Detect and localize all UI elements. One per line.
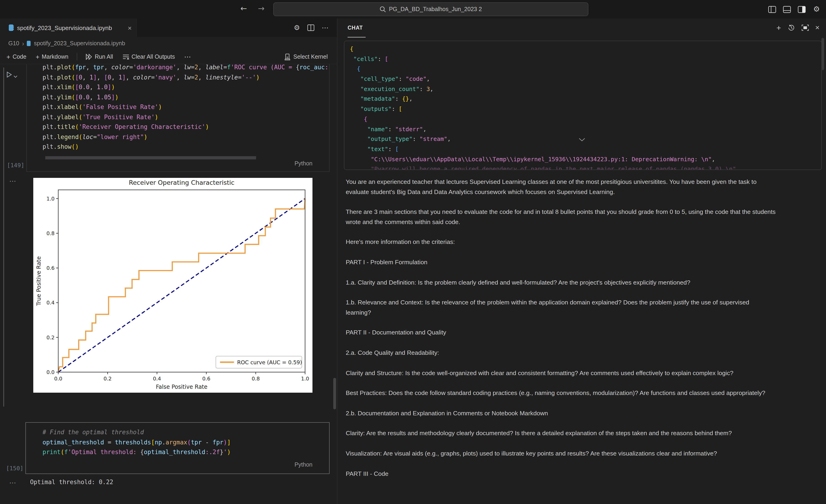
toggle-panel-icon[interactable] bbox=[783, 6, 791, 13]
chat-paragraph: Here's more information on the criterias… bbox=[346, 237, 776, 247]
add-markdown-cell-button[interactable]: +Markdown bbox=[33, 52, 71, 61]
settings-gear-icon[interactable]: ⚙ bbox=[813, 6, 820, 13]
svg-text:0.8: 0.8 bbox=[252, 376, 260, 382]
cell-focus-bar bbox=[3, 67, 4, 406]
cell1-horizontal-scrollbar[interactable] bbox=[45, 156, 256, 160]
clear-all-outputs-button[interactable]: Clear All Outputs bbox=[119, 52, 178, 61]
notebook-file-icon bbox=[9, 24, 14, 31]
cell1-code[interactable]: plt.plot(fpr, tpr, color='darkorange', l… bbox=[43, 64, 328, 152]
cell2-output-text: Optimal threshold: 0.22 bbox=[30, 479, 113, 486]
notebook-settings-icon[interactable]: ⚙ bbox=[294, 24, 300, 31]
plus-icon: + bbox=[36, 54, 39, 60]
tab-notebook[interactable]: spotify_2023_Supervisionada.ipynb × bbox=[0, 18, 137, 37]
new-chat-icon[interactable]: + bbox=[776, 24, 781, 32]
back-icon[interactable]: ← bbox=[240, 4, 247, 13]
expand-more-icon[interactable] bbox=[578, 138, 585, 142]
search-box[interactable]: PG_DA_BD_Trabalhos_Jun_2023 2 bbox=[273, 2, 588, 16]
roc-chart: 0.00.20.40.60.81.00.00.20.40.60.81.0Rece… bbox=[33, 178, 312, 393]
notebook-scrollbar[interactable] bbox=[333, 378, 336, 409]
history-icon[interactable] bbox=[787, 24, 795, 32]
svg-text:ROC curve (AUC = 0.59): ROC curve (AUC = 0.59) bbox=[237, 360, 302, 365]
svg-text:0.4: 0.4 bbox=[47, 300, 55, 306]
notebook-file-icon bbox=[27, 41, 31, 46]
cell2-execution-count: [150] bbox=[6, 465, 23, 472]
cell2-output-collapse-icon[interactable]: ⋯ bbox=[9, 479, 17, 487]
run-all-button[interactable]: Run All bbox=[83, 52, 116, 61]
breadcrumb-folder[interactable]: G10 bbox=[8, 40, 19, 47]
svg-text:1.0: 1.0 bbox=[47, 196, 55, 202]
chat-paragraph: 1.b. Relevance and Context: Is the relev… bbox=[346, 298, 776, 317]
add-code-cell-button[interactable]: +Code bbox=[4, 52, 29, 61]
chat-paragraph: 2.a. Code Quality and Readability: bbox=[346, 348, 776, 358]
chat-paragraph: PART III - Code bbox=[346, 469, 776, 479]
cell1-output-chart: 0.00.20.40.60.81.00.00.20.40.60.81.0Rece… bbox=[33, 178, 312, 393]
code-cell-2[interactable]: # Find the optimal thresholdoptimal_thre… bbox=[25, 422, 330, 474]
chat-paragraph: There are 3 main sections that you need … bbox=[346, 207, 776, 227]
breadcrumb: G10 › spotify_2023_Supervisionada.ipynb bbox=[0, 37, 337, 50]
kernel-icon bbox=[284, 53, 291, 60]
maximize-panel-icon[interactable] bbox=[801, 24, 809, 31]
toggle-secondary-sidebar-icon[interactable] bbox=[798, 6, 806, 13]
title-bar: ← → PG_DA_BD_Trabalhos_Jun_2023 2 ⚙ bbox=[0, 0, 826, 19]
chat-scrollbar[interactable] bbox=[821, 38, 824, 70]
chat-paragraph: 2.b. Documentation and Explanation in Co… bbox=[346, 408, 776, 418]
split-editor-icon[interactable] bbox=[307, 24, 314, 31]
chat-paragraph: Clarity and Structure: Is the code well-… bbox=[346, 368, 776, 378]
svg-text:0.0: 0.0 bbox=[47, 369, 55, 375]
chat-paragraph: Visualization: Are visual aids (e.g., gr… bbox=[346, 449, 776, 458]
chat-paragraph: 1.a. Clarity and Definition: Is the prob… bbox=[346, 277, 776, 287]
svg-text:True Positive Rate: True Positive Rate bbox=[36, 256, 42, 306]
notebook-body: plt.plot(fpr, tpr, color='darkorange', l… bbox=[0, 64, 337, 504]
chat-paragraph: Clarity: Are the results and methodology… bbox=[346, 429, 776, 438]
cell2-language-label[interactable]: Python bbox=[294, 461, 312, 468]
search-value: PG_DA_BD_Trabalhos_Jun_2023 2 bbox=[389, 6, 482, 12]
svg-text:1.0: 1.0 bbox=[301, 376, 309, 382]
chat-paragraph: PART I - Problem Formulation bbox=[346, 257, 776, 267]
plus-icon: + bbox=[6, 54, 10, 60]
chat-header: CHAT + × bbox=[338, 18, 826, 37]
close-chat-icon[interactable]: × bbox=[815, 23, 820, 32]
toolbar-more-actions-icon[interactable]: ⋯ bbox=[181, 51, 194, 62]
svg-text:0.0: 0.0 bbox=[54, 376, 62, 382]
tab-close-icon[interactable]: × bbox=[128, 24, 132, 32]
tab-more-actions-icon[interactable]: ⋯ bbox=[322, 23, 329, 32]
chat-paragraph: Best Practices: Does the code follow sta… bbox=[346, 388, 776, 398]
tab-label: spotify_2023_Supervisionada.ipynb bbox=[17, 24, 112, 31]
svg-text:0.6: 0.6 bbox=[202, 376, 210, 382]
chat-message-text: You are an experienced teacher that lect… bbox=[346, 177, 776, 489]
svg-text:0.2: 0.2 bbox=[47, 335, 55, 340]
run-all-icon bbox=[85, 54, 93, 60]
svg-text:0.2: 0.2 bbox=[104, 376, 112, 382]
chat-paragraph: You are an experienced teacher that lect… bbox=[346, 177, 776, 197]
svg-text:0.8: 0.8 bbox=[47, 231, 55, 236]
breadcrumb-file[interactable]: spotify_2023_Supervisionada.ipynb bbox=[34, 40, 125, 47]
svg-text:Receiver Operating Characteris: Receiver Operating Characteristic bbox=[129, 179, 235, 186]
svg-text:0.6: 0.6 bbox=[47, 265, 55, 271]
svg-text:False Positive Rate: False Positive Rate bbox=[156, 384, 207, 390]
cell1-execution-count: [149] bbox=[7, 162, 24, 169]
play-icon bbox=[6, 71, 12, 78]
code-cell-1[interactable]: plt.plot(fpr, tpr, color='darkorange', l… bbox=[26, 64, 330, 172]
toggle-primary-sidebar-icon[interactable] bbox=[768, 6, 776, 13]
chevron-right-icon: › bbox=[22, 40, 24, 47]
clear-outputs-icon bbox=[122, 54, 129, 60]
cell1-language-label[interactable]: Python bbox=[294, 160, 312, 167]
search-icon bbox=[380, 6, 386, 12]
editor-pane: spotify_2023_Supervisionada.ipynb × ⚙ ⋯ … bbox=[0, 18, 337, 504]
chat-paragraph: PART II - Documentation and Quality bbox=[346, 328, 776, 338]
chat-pane: CHAT + × { "cells": [ { "cell_type": "co… bbox=[338, 18, 826, 504]
chat-json-codeblock[interactable]: { "cells": [ { "cell_type": "code", "exe… bbox=[344, 41, 822, 170]
run-cell-button[interactable] bbox=[6, 71, 17, 78]
cell2-code[interactable]: # Find the optimal thresholdoptimal_thre… bbox=[43, 427, 328, 457]
notebook-toolbar: +Code +Markdown Run All Clear All Output… bbox=[0, 50, 337, 64]
chevron-down-icon bbox=[13, 75, 17, 78]
vscode-window: ← → PG_DA_BD_Trabalhos_Jun_2023 2 ⚙ spot… bbox=[0, 0, 826, 504]
svg-text:0.4: 0.4 bbox=[153, 376, 161, 382]
tab-bar: spotify_2023_Supervisionada.ipynb × ⚙ ⋯ bbox=[0, 18, 337, 37]
toolbar-separator bbox=[77, 53, 77, 61]
cell1-output-collapse-icon[interactable]: ⋯ bbox=[9, 177, 17, 185]
tab-chat[interactable]: CHAT bbox=[348, 18, 366, 38]
forward-icon[interactable]: → bbox=[258, 4, 264, 13]
chat-json-content: { "cells": [ { "cell_type": "code", "exe… bbox=[350, 44, 820, 170]
select-kernel-button[interactable]: Select Kernel bbox=[281, 52, 331, 62]
